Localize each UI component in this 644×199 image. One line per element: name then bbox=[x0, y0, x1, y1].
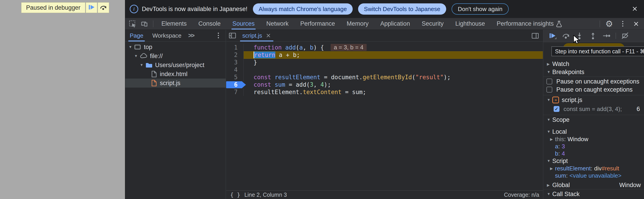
settings-gear-icon[interactable]: ⚙ bbox=[605, 20, 614, 28]
toggle-debugger-sidebar-icon[interactable] bbox=[531, 32, 539, 40]
expand-arrow-icon[interactable]: ▼ bbox=[134, 54, 140, 58]
file-icon bbox=[151, 70, 157, 78]
expand-arrow-icon[interactable]: ▼ bbox=[128, 45, 134, 49]
devtools-toolbar: ElementsConsoleSourcesNetworkPerformance… bbox=[125, 18, 644, 30]
close-tab-icon[interactable] bbox=[266, 33, 271, 38]
pretty-print-icon[interactable]: { } bbox=[230, 191, 240, 198]
tab-sources[interactable]: Sources bbox=[226, 18, 260, 30]
line-number-6[interactable]: 6 bbox=[226, 81, 244, 88]
tab-application[interactable]: Application bbox=[374, 18, 416, 30]
divider bbox=[543, 115, 644, 115]
editor-tab-scriptjs[interactable]: script.js bbox=[239, 30, 274, 41]
file-tree: ▼top▼file://▼Users/user/projectindex.htm… bbox=[125, 43, 226, 88]
more-options-icon[interactable] bbox=[617, 20, 628, 28]
pause-caught-checkbox[interactable] bbox=[546, 87, 552, 93]
step-icon[interactable] bbox=[602, 32, 611, 40]
tree-item-top[interactable]: ▼top bbox=[125, 43, 226, 52]
pause-caught-row[interactable]: Pause on caught exceptions bbox=[543, 86, 644, 94]
breakpoint-entry[interactable]: ✓ const sum = add(3, 4); 6 bbox=[543, 104, 644, 113]
tree-item-script-js[interactable]: script.js bbox=[125, 79, 226, 88]
scope-variable-sum[interactable]: sum:<value unavailable> bbox=[543, 172, 644, 179]
expanded-arrow-icon[interactable]: ▼ bbox=[547, 98, 552, 102]
collapsed-arrow-icon[interactable]: ▶ bbox=[547, 183, 552, 187]
code-line-3: 3} bbox=[226, 59, 543, 66]
breakpoint-checkbox[interactable]: ✓ bbox=[554, 106, 560, 112]
expanded-arrow-icon[interactable]: ▼ bbox=[547, 159, 552, 163]
scope-variable-b[interactable]: b:4 bbox=[543, 150, 644, 157]
screen: Paused in debugger i DevTools is now ava… bbox=[0, 0, 644, 199]
scope-section-header[interactable]: ▼ Scope bbox=[543, 116, 644, 124]
step-out-icon[interactable] bbox=[589, 32, 597, 40]
tab-label: Memory bbox=[346, 20, 369, 27]
global-scope-row[interactable]: ▶ Global Window bbox=[543, 181, 644, 189]
tree-item-file-[interactable]: ▼file:// bbox=[125, 52, 226, 61]
tab-page[interactable]: Page bbox=[125, 30, 148, 41]
tab-performance[interactable]: Performance bbox=[294, 18, 341, 30]
inspect-element-button[interactable] bbox=[128, 20, 137, 28]
dont-show-again-button[interactable]: Don't show again bbox=[452, 3, 509, 15]
code-token: ) { bbox=[313, 44, 324, 51]
expanded-arrow-icon[interactable]: ▼ bbox=[547, 130, 552, 134]
tab-elements[interactable]: Elements bbox=[156, 18, 193, 30]
scope-group-local[interactable]: ▼Local bbox=[543, 128, 644, 135]
code-token: ); bbox=[324, 81, 331, 88]
line-number-3[interactable]: 3 bbox=[226, 59, 244, 66]
expanded-arrow-icon[interactable]: ▼ bbox=[547, 70, 552, 74]
line-number-7[interactable]: 7 bbox=[226, 88, 244, 96]
code-token: , bbox=[303, 44, 310, 51]
line-number-4[interactable]: 4 bbox=[226, 66, 244, 74]
resume-script-button[interactable] bbox=[86, 3, 97, 13]
expanded-arrow-icon[interactable]: ▼ bbox=[547, 118, 552, 122]
tab-security[interactable]: Security bbox=[416, 18, 450, 30]
navigator-more-options-icon[interactable] bbox=[216, 33, 220, 38]
pause-uncaught-checkbox[interactable] bbox=[546, 79, 552, 84]
tree-item-index-html[interactable]: index.html bbox=[125, 70, 226, 79]
toggle-navigator-sidebar-icon[interactable] bbox=[228, 32, 236, 40]
scope-variable-resultElement[interactable]: ▶resultElement:div#result bbox=[543, 165, 644, 172]
tab-lighthouse[interactable]: Lighthouse bbox=[449, 18, 491, 30]
breakpoints-section-header[interactable]: ▼ Breakpoints bbox=[543, 68, 644, 76]
close-icon bbox=[632, 9, 638, 13]
tab-memory[interactable]: Memory bbox=[341, 18, 374, 30]
tab-console[interactable]: Console bbox=[193, 18, 226, 30]
line-number-5[interactable]: 5 bbox=[226, 74, 244, 81]
tab-network[interactable]: Network bbox=[260, 18, 294, 30]
close-devtools-button[interactable] bbox=[632, 20, 640, 28]
pause-caught-label: Pause on caught exceptions bbox=[556, 86, 632, 93]
pause-uncaught-row[interactable]: Pause on uncaught exceptions bbox=[543, 77, 644, 86]
line-number-1[interactable]: 1 bbox=[226, 44, 244, 51]
scope-variable-this[interactable]: ▶this:Window bbox=[543, 135, 644, 143]
toggle-device-toolbar-button[interactable] bbox=[140, 20, 148, 28]
more-tabs-icon[interactable]: >> bbox=[188, 32, 194, 39]
tab-workspace[interactable]: Workspace bbox=[148, 30, 186, 41]
panel-tabs: ElementsConsoleSourcesNetworkPerformance… bbox=[156, 18, 568, 30]
watch-section-header[interactable]: ▶ Watch bbox=[543, 60, 644, 68]
tree-item-label: Users/user/project bbox=[155, 62, 204, 69]
collapsed-arrow-icon[interactable]: ▶ bbox=[547, 62, 552, 66]
scope-variable-a[interactable]: a:3 bbox=[543, 143, 644, 150]
global-value: Window bbox=[619, 182, 641, 189]
variable-value: 3 bbox=[562, 143, 565, 150]
switch-to-japanese-button[interactable]: Switch DevTools to Japanese bbox=[358, 3, 446, 15]
notification-close-button[interactable] bbox=[632, 6, 638, 13]
tab-performance-insights[interactable]: Performance insights bbox=[491, 18, 568, 30]
step-over-icon bbox=[100, 3, 107, 12]
expanded-arrow-icon[interactable]: ▼ bbox=[547, 192, 552, 196]
code-token: "result" bbox=[416, 74, 444, 81]
line-number-2[interactable]: 2 bbox=[226, 51, 244, 59]
breakpoint-file-group[interactable]: ▼ ‹› script.js bbox=[543, 96, 644, 104]
code-editor[interactable]: 1function add(a, b) {a = 3, b = 42return… bbox=[226, 42, 543, 190]
scope-group-script[interactable]: ▼Script bbox=[543, 157, 644, 165]
collapsed-arrow-icon[interactable]: ▶ bbox=[550, 166, 555, 171]
call-stack-section-header[interactable]: ▼ Call Stack bbox=[543, 190, 644, 198]
resume-icon[interactable] bbox=[548, 32, 557, 40]
step-over-icon[interactable] bbox=[562, 32, 570, 40]
step-over-button[interactable] bbox=[98, 3, 109, 13]
colon: : bbox=[564, 136, 566, 143]
deactivate-breakpoints-icon[interactable] bbox=[621, 32, 630, 40]
tree-item-users-user-project[interactable]: ▼Users/user/project bbox=[125, 61, 226, 70]
collapsed-arrow-icon[interactable]: ▶ bbox=[550, 137, 555, 141]
code-token: sum bbox=[275, 81, 285, 88]
always-match-language-button[interactable]: Always match Chrome's language bbox=[253, 3, 353, 15]
expand-arrow-icon[interactable]: ▼ bbox=[140, 63, 145, 67]
